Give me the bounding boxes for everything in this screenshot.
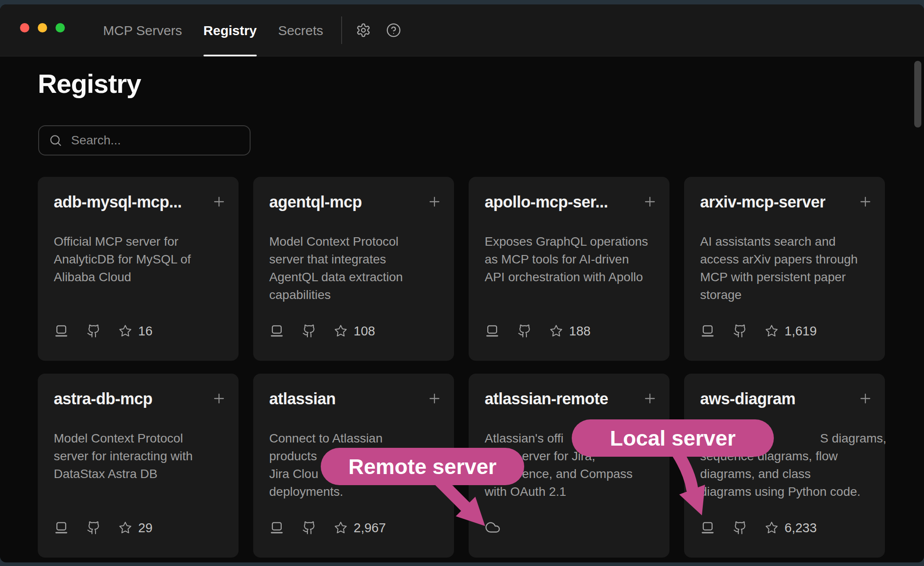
annotation-remote-server: Remote server bbox=[321, 448, 524, 485]
star-count: 1,619 bbox=[785, 324, 817, 339]
vertical-scrollbar-thumb[interactable] bbox=[914, 61, 921, 128]
server-description-line: with OAuth 2.1 bbox=[485, 483, 656, 501]
card-footer: 1,619 bbox=[700, 323, 817, 339]
plus-icon bbox=[858, 391, 873, 406]
card-footer bbox=[485, 519, 501, 535]
card-header: adb-mysql-mcp... bbox=[54, 193, 227, 211]
laptop-icon bbox=[269, 520, 284, 535]
card-footer: 16 bbox=[54, 323, 152, 339]
server-description-line: AgentQL data extraction bbox=[269, 268, 441, 286]
star-count: 2,967 bbox=[354, 521, 386, 535]
star-count: 16 bbox=[138, 324, 152, 339]
github-icon[interactable] bbox=[302, 521, 316, 535]
server-description: Model Context Protocolserver that integr… bbox=[269, 233, 441, 304]
add-server-button[interactable] bbox=[642, 194, 658, 210]
server-description-line: server that integrates bbox=[269, 251, 441, 268]
laptop-icon bbox=[485, 323, 500, 339]
card-header: atlassian-remote bbox=[485, 390, 658, 408]
plus-icon bbox=[642, 391, 657, 406]
star-icon bbox=[334, 521, 347, 534]
server-description-line: Exposes GraphQL operations bbox=[485, 233, 656, 251]
server-card-astra-db-mcp: astra-db-mcpModel Context Protocolserver… bbox=[38, 374, 239, 558]
laptop-icon bbox=[700, 323, 715, 339]
page-title: Registry bbox=[38, 69, 141, 99]
card-header: arxiv-mcp-server bbox=[700, 193, 873, 211]
zoom-window-button[interactable] bbox=[56, 23, 65, 32]
card-header: aws-diagram bbox=[700, 390, 873, 408]
card-header: apollo-mcp-ser... bbox=[485, 193, 658, 211]
laptop-icon bbox=[54, 520, 69, 535]
laptop-icon bbox=[54, 323, 69, 339]
traffic-lights bbox=[20, 23, 65, 32]
plus-icon bbox=[427, 391, 442, 406]
annotation-local-server: Local server bbox=[572, 419, 774, 457]
server-description-line: Alibaba Cloud bbox=[54, 268, 225, 286]
tab-secrets[interactable]: Secrets bbox=[278, 4, 323, 56]
add-server-button[interactable] bbox=[642, 391, 658, 407]
server-card-aws-diagram: aws-diagramS diagrams,sequence diagrams,… bbox=[684, 374, 885, 558]
card-header: atlassian bbox=[269, 390, 442, 408]
server-name: astra-db-mcp bbox=[54, 390, 152, 408]
star-icon bbox=[119, 324, 132, 338]
server-description: Exposes GraphQL operationsas MCP tools f… bbox=[485, 233, 656, 286]
search-box[interactable] bbox=[38, 125, 251, 155]
star-icon bbox=[550, 324, 563, 338]
help-icon bbox=[386, 23, 401, 38]
toolbar: MCP ServersRegistrySecrets bbox=[0, 4, 924, 56]
server-description-line: access arXiv papers through bbox=[700, 251, 872, 268]
server-name: arxiv-mcp-server bbox=[700, 193, 825, 211]
cloud-icon bbox=[485, 519, 501, 535]
github-icon[interactable] bbox=[302, 324, 316, 338]
card-footer: 188 bbox=[485, 323, 590, 339]
server-name: agentql-mcp bbox=[269, 193, 362, 211]
github-icon[interactable] bbox=[733, 324, 747, 338]
github-icon[interactable] bbox=[733, 521, 747, 535]
search-icon bbox=[49, 134, 62, 147]
server-description-line: API orchestration with Apollo bbox=[485, 268, 656, 286]
help-button[interactable] bbox=[384, 20, 403, 40]
server-card-arxiv-mcp-server: arxiv-mcp-serverAI assistants search and… bbox=[684, 177, 885, 361]
card-footer: 2,967 bbox=[269, 520, 386, 535]
star-icon bbox=[765, 521, 778, 534]
server-name: aws-diagram bbox=[700, 390, 796, 408]
close-window-button[interactable] bbox=[20, 23, 29, 32]
server-name: apollo-mcp-ser... bbox=[485, 193, 608, 211]
server-description: Official MCP server forAnalyticDB for My… bbox=[54, 233, 225, 286]
star-count: 108 bbox=[354, 324, 375, 339]
card-footer: 29 bbox=[54, 520, 152, 535]
tab-mcp-servers[interactable]: MCP Servers bbox=[103, 4, 182, 56]
server-description: AI assistants search andaccess arXiv pap… bbox=[700, 233, 872, 304]
add-server-button[interactable] bbox=[211, 391, 227, 407]
server-description-line: DataStax Astra DB bbox=[54, 465, 225, 483]
add-server-button[interactable] bbox=[426, 194, 442, 210]
github-icon[interactable] bbox=[518, 324, 532, 338]
search-input[interactable] bbox=[70, 133, 240, 148]
tab-registry[interactable]: Registry bbox=[203, 4, 257, 56]
minimize-window-button[interactable] bbox=[38, 23, 47, 32]
server-description-line: capabilities bbox=[269, 286, 441, 304]
add-server-button[interactable] bbox=[857, 391, 873, 407]
plus-icon bbox=[642, 194, 657, 209]
laptop-icon bbox=[269, 323, 284, 339]
tab-bar: MCP ServersRegistrySecrets bbox=[103, 4, 323, 56]
plus-icon bbox=[427, 194, 442, 209]
add-server-button[interactable] bbox=[857, 194, 873, 210]
server-description-line: Model Context Protocol bbox=[269, 233, 441, 251]
github-stars: 2,967 bbox=[334, 521, 386, 535]
card-footer: 108 bbox=[269, 323, 375, 339]
card-footer: 6,233 bbox=[700, 520, 817, 535]
github-icon[interactable] bbox=[87, 521, 101, 535]
settings-button[interactable] bbox=[354, 20, 373, 40]
star-icon bbox=[119, 521, 132, 534]
github-stars: 108 bbox=[334, 324, 375, 339]
server-description-line: server for interacting with bbox=[54, 447, 225, 465]
toolbar-divider bbox=[341, 16, 342, 44]
server-description-line: Official MCP server for bbox=[54, 233, 225, 251]
github-stars: 29 bbox=[119, 521, 152, 535]
server-description-line: deployments. bbox=[269, 483, 441, 501]
github-stars: 188 bbox=[550, 324, 590, 339]
server-card-agentql-mcp: agentql-mcpModel Context Protocolserver … bbox=[253, 177, 454, 361]
add-server-button[interactable] bbox=[211, 194, 227, 210]
github-icon[interactable] bbox=[87, 324, 101, 338]
add-server-button[interactable] bbox=[426, 391, 442, 407]
